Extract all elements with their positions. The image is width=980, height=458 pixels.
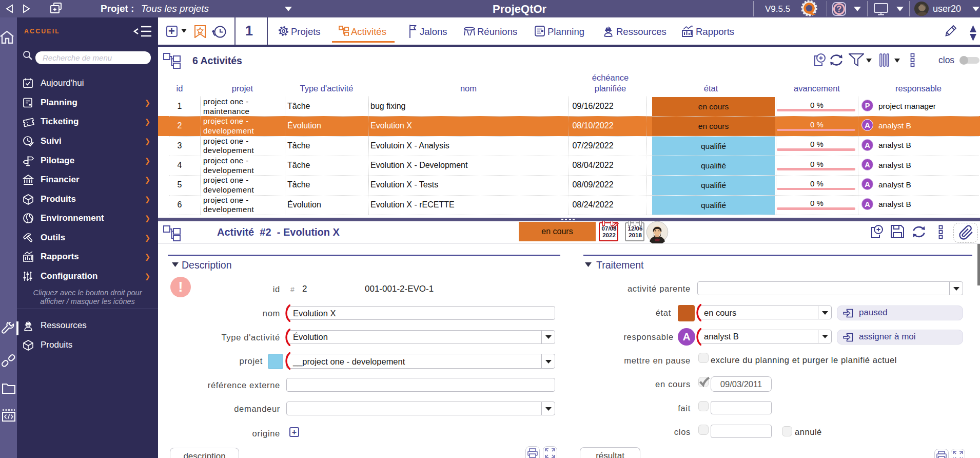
svg-text:?: ? [837, 5, 842, 13]
